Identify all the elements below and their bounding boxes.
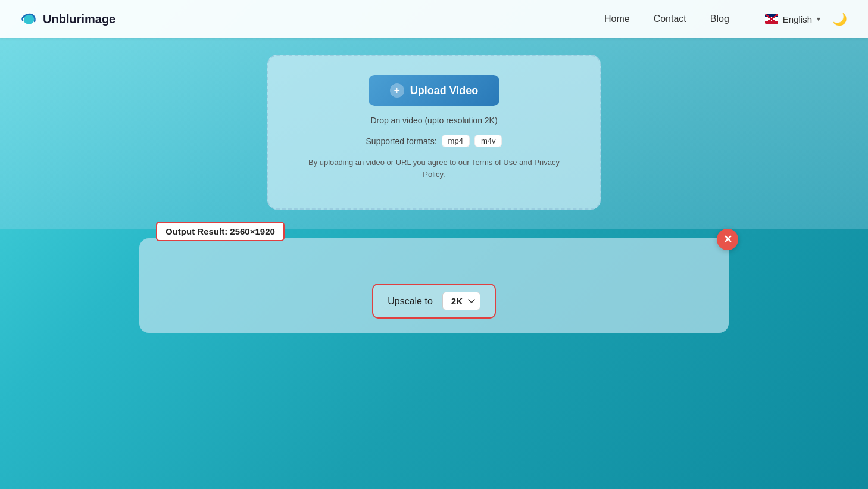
- terms-text: By uploading an video or URL you agree t…: [304, 157, 564, 180]
- upscale-select[interactable]: 2K 4K 8K: [442, 292, 480, 310]
- logo[interactable]: Unblurimage: [19, 10, 115, 29]
- language-selector[interactable]: English ▾: [765, 14, 820, 24]
- nav-link-home[interactable]: Home: [604, 14, 630, 24]
- upload-btn-label: Upload Video: [410, 85, 479, 97]
- theme-toggle-button[interactable]: 🌙: [830, 10, 849, 29]
- format-badge-m4v: m4v: [474, 135, 502, 147]
- nav-link-blog[interactable]: Blog: [710, 14, 729, 24]
- flag-icon: [765, 14, 778, 24]
- formats-row: Supported formats: mp4 m4v: [366, 135, 502, 147]
- output-label: Output Result: 2560×1920: [156, 222, 285, 241]
- upload-card: + Upload Video Drop an video (upto resol…: [267, 55, 601, 210]
- logo-text: Unblurimage: [43, 13, 115, 26]
- upload-section: + Upload Video Drop an video (upto resol…: [0, 38, 868, 229]
- logo-icon: [19, 10, 38, 29]
- upscale-label: Upscale to: [388, 296, 433, 307]
- plus-icon: +: [390, 83, 404, 98]
- language-label: English: [783, 14, 812, 24]
- close-button[interactable]: ✕: [717, 229, 738, 250]
- nav-link-contact[interactable]: Contact: [654, 14, 686, 24]
- formats-label: Supported formats:: [366, 136, 437, 146]
- comparison-panel: ✕ Original: 768×576 Output Result: 2560×…: [139, 238, 729, 333]
- main-content: + Upload Video Drop an video (upto resol…: [0, 0, 868, 333]
- nav-links: Home Contact Blog: [604, 14, 729, 24]
- upscale-controls: Upscale to 2K 4K 8K: [372, 284, 496, 319]
- drop-text: Drop an video (upto resolution 2K): [370, 116, 497, 125]
- navbar: Unblurimage Home Contact Blog English ▾ …: [0, 0, 868, 38]
- format-badge-mp4: mp4: [442, 135, 470, 147]
- upload-video-button[interactable]: + Upload Video: [369, 75, 500, 106]
- chevron-down-icon: ▾: [817, 15, 820, 23]
- nav-right: English ▾ 🌙: [765, 10, 849, 29]
